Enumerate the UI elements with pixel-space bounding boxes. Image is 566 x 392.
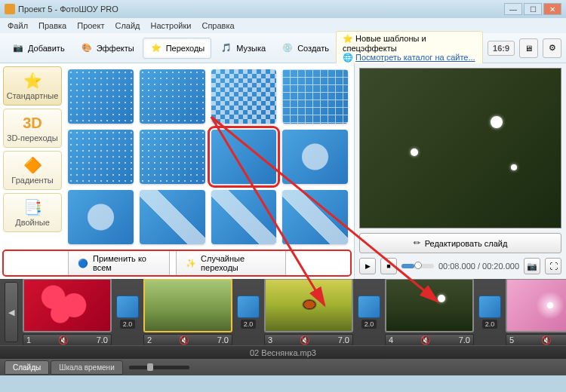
sound-icon: 🔇 <box>541 335 552 345</box>
palette-icon: 🎨 <box>80 41 94 55</box>
transition-thumb[interactable] <box>140 190 205 244</box>
sound-icon: 🔇 <box>420 335 431 345</box>
titlebar: Проект 5 - ФотоШОУ PRO — ☐ ✕ <box>0 0 566 18</box>
snapshot-button[interactable]: 📷 <box>524 258 540 274</box>
disc-icon: 💿 <box>281 41 294 55</box>
zoom-slider[interactable] <box>129 366 189 369</box>
audio-track[interactable]: 02 Веснянка.mp3 <box>0 345 566 359</box>
timeline-prev[interactable]: ◀ <box>5 282 18 342</box>
transition-duration: 2.0 <box>482 320 498 329</box>
globe-icon: 🔵 <box>78 259 88 268</box>
transition-thumb[interactable] <box>282 130 348 184</box>
maximize-button[interactable]: ☐ <box>524 3 542 15</box>
transition-thumb[interactable] <box>140 130 205 184</box>
tab-create[interactable]: 💿Создать <box>274 38 336 59</box>
timeline-slide[interactable] <box>385 279 474 332</box>
expand-icon: ⛶ <box>549 262 558 271</box>
menu-file[interactable]: Файл <box>3 20 32 32</box>
playback-bar: ▶ ■ 00:08.000 / 00:20.000 📷 ⛶ <box>359 258 561 274</box>
time-display: 00:08.000 / 00:20.000 <box>438 262 519 271</box>
category-sidebar: ⭐Стандартные 3D3D-переходы 🔶Градиенты 📑Д… <box>3 66 62 247</box>
preview-viewport[interactable] <box>359 68 561 228</box>
sound-icon: 🔇 <box>300 335 310 345</box>
menu-project[interactable]: Проект <box>72 20 109 32</box>
stop-button[interactable]: ■ <box>380 258 397 274</box>
transition-thumb[interactable] <box>68 130 134 184</box>
star-icon: ⭐ <box>149 41 163 55</box>
settings-button[interactable]: ⚙ <box>543 38 561 58</box>
timeline-slide-selected[interactable] <box>143 279 232 332</box>
preview-image <box>360 69 561 228</box>
promo-text-1: Новые шаблоны и спецэффекты <box>343 34 426 53</box>
transition-thumb[interactable] <box>140 69 205 124</box>
timeline-transition[interactable] <box>237 296 260 318</box>
edit-slide-button[interactable]: ✏Редактировать слайд <box>359 233 561 253</box>
bottom-tabs: Слайды Шкала времени <box>0 359 566 375</box>
apply-all-button[interactable]: 🔵Применить ко всем <box>68 250 170 277</box>
tab-music[interactable]: 🎵Музыка <box>213 38 272 59</box>
transitions-grid <box>65 66 351 247</box>
transition-thumb-selected[interactable] <box>211 130 277 184</box>
threeD-icon: 3D <box>23 115 42 132</box>
menu-slide[interactable]: Слайд <box>110 20 144 32</box>
transition-thumb[interactable] <box>68 190 134 244</box>
transitions-panel: ⭐Стандартные 3D3D-переходы 🔶Градиенты 📑Д… <box>0 63 355 279</box>
gradient-icon: 🔶 <box>23 156 42 174</box>
action-bar: 🔵Применить ко всем ✨Случайные переходы <box>3 250 351 276</box>
main-area: ⭐Стандартные 3D3D-переходы 🔶Градиенты 📑Д… <box>0 63 566 279</box>
random-button[interactable]: ✨Случайные переходы <box>176 250 286 277</box>
promo-box: ⭐ Новые шаблоны и спецэффекты 🌐 Посмотре… <box>336 31 483 66</box>
transition-duration: 2.0 <box>120 320 136 329</box>
timeline-slide[interactable] <box>506 279 566 332</box>
toolbar: 📷Добавить 🎨Эффекты ⭐Переходы 🎵Музыка 💿Со… <box>0 33 566 63</box>
tab-effects[interactable]: 🎨Эффекты <box>73 38 141 59</box>
wand-icon: ✨ <box>186 259 196 268</box>
menu-settings[interactable]: Настройки <box>146 20 196 32</box>
monitor-icon: 🖥 <box>524 44 533 53</box>
app-icon <box>5 4 15 14</box>
transition-thumb[interactable] <box>282 69 348 124</box>
cat-double[interactable]: 📑Двойные <box>3 193 62 232</box>
music-icon: 🎵 <box>220 41 233 55</box>
minimize-button[interactable]: — <box>504 3 522 15</box>
preview-panel: ✏Редактировать слайд ▶ ■ 00:08.000 / 00:… <box>355 63 566 279</box>
tab-slides[interactable]: Слайды <box>5 360 49 375</box>
gear-icon: ⚙ <box>549 43 556 53</box>
camera-icon: 📷 <box>11 41 25 55</box>
sound-icon: 🔇 <box>58 335 69 345</box>
seek-bar[interactable] <box>401 264 434 268</box>
timeline: ◀ 1🔇7.0 2.0 2🔇7.0 2.0 3🔇7.0 2.0 4🔇7.0 2.… <box>0 279 566 375</box>
cat-standard[interactable]: ⭐Стандартные <box>3 66 62 106</box>
transition-thumb[interactable] <box>211 190 277 244</box>
fullscreen-button[interactable]: 🖥 <box>519 38 538 58</box>
layers-icon: 📑 <box>23 198 42 216</box>
menu-edit[interactable]: Правка <box>34 20 71 32</box>
window-title: Проект 5 - ФотоШОУ PRO <box>18 5 504 14</box>
transition-thumb[interactable] <box>282 190 348 244</box>
pencil-icon: ✏ <box>414 238 420 248</box>
aspect-ratio-button[interactable]: 16:9 <box>488 41 515 56</box>
tab-add[interactable]: 📷Добавить <box>5 38 72 59</box>
timeline-transition[interactable] <box>478 296 501 318</box>
timeline-slide[interactable] <box>23 279 112 332</box>
transition-duration: 2.0 <box>241 320 257 329</box>
expand-button[interactable]: ⛶ <box>545 258 561 274</box>
timeline-slide[interactable] <box>264 279 353 332</box>
transition-thumb[interactable] <box>211 69 277 124</box>
timeline-transition[interactable] <box>358 296 380 318</box>
play-button[interactable]: ▶ <box>359 258 376 274</box>
transition-duration: 2.0 <box>361 320 377 329</box>
window-controls: — ☐ ✕ <box>504 3 561 15</box>
timeline-transition[interactable] <box>116 296 139 318</box>
cat-3d[interactable]: 3D3D-переходы <box>3 109 62 148</box>
camera-icon: 📷 <box>527 262 537 271</box>
close-button[interactable]: ✕ <box>543 3 561 15</box>
tab-timescale[interactable]: Шкала времени <box>51 360 122 375</box>
promo-link[interactable]: Посмотреть каталог на сайте... <box>355 53 475 62</box>
menu-help[interactable]: Справка <box>197 20 238 32</box>
sound-icon: 🔇 <box>179 335 189 345</box>
transition-thumb[interactable] <box>68 69 134 124</box>
star-icon: ⭐ <box>23 72 42 90</box>
cat-gradients[interactable]: 🔶Градиенты <box>3 151 62 190</box>
tab-transitions[interactable]: ⭐Переходы <box>143 38 212 59</box>
